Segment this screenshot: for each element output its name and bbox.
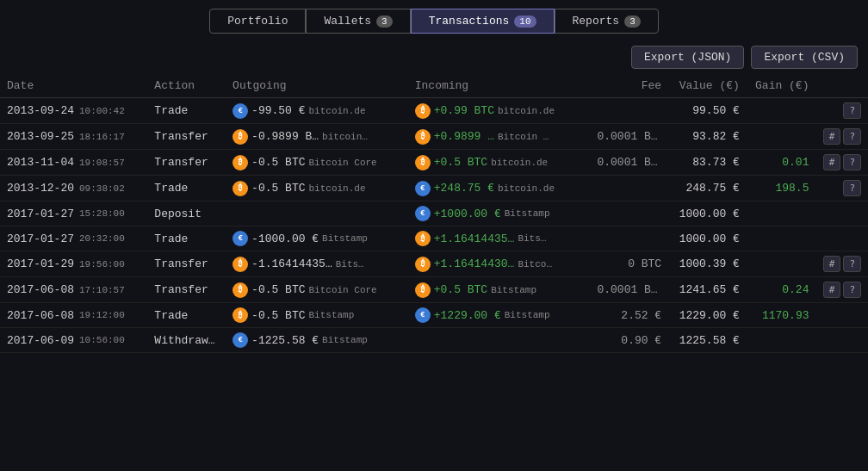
row-action: Transfer: [147, 251, 226, 277]
incoming-amount: +1.16414430…: [434, 257, 515, 270]
row-date: 2013-09-25: [7, 130, 74, 143]
row-time: 10:00:42: [79, 106, 125, 116]
row-date: 2017-06-08: [7, 283, 74, 296]
tab-reports[interactable]: Reports3: [555, 9, 659, 34]
coin-icon-btc: ₿: [415, 103, 431, 119]
tab-portfolio-label: Portfolio: [227, 15, 288, 28]
outgoing-source: bitcoin…: [322, 132, 368, 142]
row-gain: [747, 124, 816, 150]
row-hash-button[interactable]: #: [823, 154, 841, 170]
row-fee: 2.52 €: [590, 303, 668, 328]
incoming-source: Bitstamp: [505, 208, 550, 219]
incoming-amount: +0.9899 …: [434, 130, 494, 143]
row-fee: [590, 176, 668, 201]
row-question-button[interactable]: ?: [843, 102, 861, 119]
tab-wallets-badge: 3: [376, 15, 393, 28]
incoming-source: bitcoin.de: [498, 106, 555, 116]
row-fee: 0 BTC: [590, 251, 668, 277]
table-row: 2017-01-2720:32:00Trade€-1000.00 €Bitsta…: [0, 226, 868, 251]
export-csv-button[interactable]: Export (CSV): [751, 46, 858, 69]
row-date: 2013-11-04: [7, 156, 74, 169]
outgoing-source: bitcoin.de: [309, 106, 366, 116]
row-time: 20:32:00: [79, 233, 125, 244]
row-gain: [747, 226, 816, 251]
row-gain: 1170.93: [747, 303, 816, 328]
row-hash-button[interactable]: #: [823, 256, 841, 272]
export-json-button[interactable]: Export (JSON): [631, 46, 744, 69]
coin-icon-btc: ₿: [232, 257, 248, 272]
outgoing-amount: -0.5 BTC: [251, 156, 305, 169]
coin-icon-btc: ₿: [415, 231, 431, 246]
outgoing-source: bitcoin.de: [309, 183, 366, 194]
header-value: Value (€): [668, 74, 747, 98]
incoming-source: Bits…: [518, 233, 546, 244]
table-row: 2017-06-0819:12:00Trade₿-0.5 BTCBitstamp…: [0, 303, 868, 328]
row-question-button[interactable]: ?: [843, 256, 861, 272]
row-gain: 198.5: [747, 176, 816, 201]
row-time: 19:56:00: [79, 259, 125, 270]
row-value: 1000.39 €: [668, 251, 747, 277]
row-date: 2017-01-29: [7, 257, 74, 270]
row-gain: [747, 98, 816, 124]
outgoing-source: Bitstamp: [322, 233, 368, 244]
coin-icon-btc: ₿: [232, 155, 248, 170]
tab-portfolio[interactable]: Portfolio: [209, 9, 306, 34]
tab-wallets-label: Wallets: [324, 15, 371, 28]
incoming-source: bitcoin.de: [491, 158, 548, 168]
row-value: 1229.00 €: [668, 303, 747, 328]
table-row: 2013-12-2009:38:02Trade₿-0.5 BTCbitcoin.…: [0, 176, 868, 201]
table-row: 2017-01-2715:28:00Deposit€+1000.00 €Bits…: [0, 201, 868, 226]
row-fee: 0.90 €: [590, 328, 668, 353]
transactions-table: Date Action Outgoing Incoming Fee Value …: [0, 74, 868, 353]
coin-icon-eur: €: [232, 332, 248, 348]
incoming-amount: +0.5 BTC: [434, 283, 487, 296]
row-time: 19:08:57: [79, 158, 125, 168]
row-fee: [590, 226, 668, 251]
coin-icon-btc: ₿: [415, 155, 431, 170]
tab-reports-label: Reports: [573, 15, 620, 28]
outgoing-amount: -0.5 BTC: [251, 182, 305, 195]
tab-transactions-label: Transactions: [429, 15, 510, 28]
table-row: 2013-11-0419:08:57Transfer₿-0.5 BTCBitco…: [0, 150, 868, 176]
row-fee: [590, 98, 668, 124]
incoming-amount: +248.75 €: [434, 182, 494, 195]
row-gain: 0.24: [747, 277, 816, 303]
incoming-source: Bitco…: [518, 259, 552, 270]
row-action: Trade: [147, 176, 226, 201]
row-gain: [747, 251, 816, 277]
outgoing-source: Bitcoin Core: [309, 285, 377, 295]
row-question-button[interactable]: ?: [843, 154, 861, 170]
row-date: 2017-01-27: [7, 232, 74, 245]
outgoing-source: Bitstamp: [309, 310, 355, 320]
outgoing-amount: -1.16414435…: [251, 257, 332, 270]
coin-icon-eur: €: [232, 231, 248, 246]
header-actions: [815, 74, 868, 98]
tab-wallets[interactable]: Wallets3: [306, 9, 410, 34]
row-question-button[interactable]: ?: [843, 128, 861, 145]
row-value: 99.50 €: [668, 98, 747, 124]
row-gain: [747, 201, 816, 226]
row-action: Trade: [147, 226, 226, 251]
row-fee: 0.0001 BTC: [590, 124, 668, 150]
row-date: 2017-06-08: [7, 309, 74, 322]
row-hash-button[interactable]: #: [823, 282, 841, 298]
coin-icon-btc: ₿: [415, 282, 431, 298]
header-incoming: Incoming: [408, 74, 591, 98]
row-action: Transfer: [147, 124, 226, 150]
row-hash-button[interactable]: #: [823, 128, 841, 145]
incoming-amount: +1000.00 €: [434, 208, 501, 220]
row-action: Withdrawal: [147, 328, 226, 353]
row-fee: 0.0001 BTC: [590, 277, 668, 303]
coin-icon-btc: ₿: [232, 181, 248, 196]
table-row: 2013-09-2518:16:17Transfer₿-0.9899 B…bit…: [0, 124, 868, 150]
tab-reports-badge: 3: [624, 15, 641, 28]
row-question-button[interactable]: ?: [843, 282, 861, 298]
row-value: 93.82 €: [668, 124, 747, 150]
outgoing-amount: -0.9899 B…: [251, 130, 319, 143]
tab-transactions[interactable]: Transactions10: [411, 9, 555, 34]
outgoing-source: Bitstamp: [322, 335, 368, 345]
row-question-button[interactable]: ?: [843, 180, 861, 196]
tab-transactions-badge: 10: [514, 15, 536, 28]
coin-icon-btc: ₿: [232, 129, 248, 145]
row-time: 15:28:00: [79, 208, 125, 219]
